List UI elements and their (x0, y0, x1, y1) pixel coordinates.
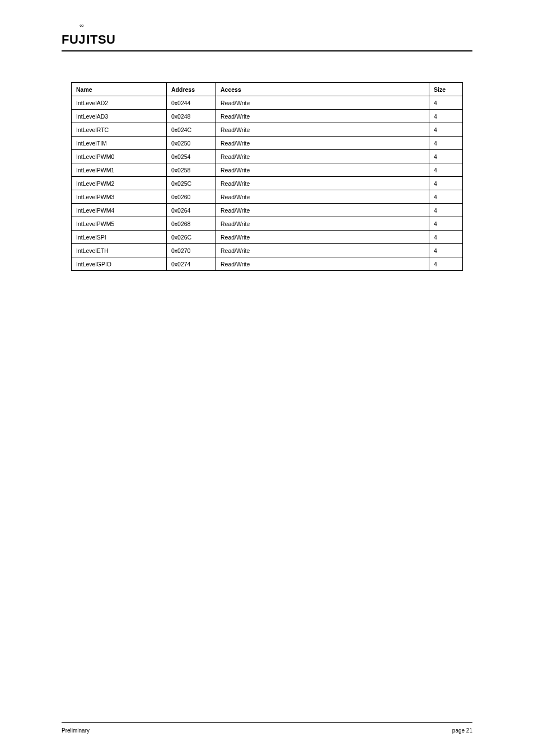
cell-name: IntLevelPWM5 (72, 217, 167, 231)
cell-address: 0x0250 (167, 137, 216, 150)
page-content: Name Address Access Size IntLevelAD2 0x0… (62, 82, 472, 722)
column-header-access: Access (216, 83, 429, 96)
cell-access: Read/Write (216, 204, 429, 217)
footer-left-text: Preliminary (62, 727, 90, 734)
cell-name: IntLevelSPI (72, 231, 167, 244)
cell-name: IntLevelPWM1 (72, 163, 167, 177)
cell-access: Read/Write (216, 123, 429, 137)
logo-text-right: ITSU (86, 34, 115, 46)
table-row: IntLevelETH 0x0270 Read/Write 4 (72, 244, 463, 257)
cell-size: 4 (429, 204, 463, 217)
cell-name: IntLevelGPIO (72, 257, 167, 271)
cell-name: IntLevelPWM3 (72, 190, 167, 204)
cell-address: 0x0248 (167, 110, 216, 123)
cell-access: Read/Write (216, 217, 429, 231)
cell-access: Read/Write (216, 177, 429, 190)
cell-size: 4 (429, 96, 463, 110)
cell-address: 0x0244 (167, 96, 216, 110)
cell-size: 4 (429, 137, 463, 150)
table-row: IntLevelSPI 0x026C Read/Write 4 (72, 231, 463, 244)
cell-size: 4 (429, 110, 463, 123)
table-row: IntLevelPWM3 0x0260 Read/Write 4 (72, 190, 463, 204)
register-table: Name Address Access Size IntLevelAD2 0x0… (71, 82, 463, 271)
cell-access: Read/Write (216, 137, 429, 150)
cell-address: 0x0258 (167, 163, 216, 177)
cell-address: 0x0264 (167, 204, 216, 217)
table-row: IntLevelPWM2 0x025C Read/Write 4 (72, 177, 463, 190)
cell-name: IntLevelPWM0 (72, 150, 167, 163)
cell-size: 4 (429, 163, 463, 177)
cell-address: 0x0260 (167, 190, 216, 204)
cell-address: 0x0268 (167, 217, 216, 231)
table-row: IntLevelPWM5 0x0268 Read/Write 4 (72, 217, 463, 231)
cell-access: Read/Write (216, 231, 429, 244)
cell-name: IntLevelPWM2 (72, 177, 167, 190)
cell-name: IntLevelAD3 (72, 110, 167, 123)
cell-address: 0x0270 (167, 244, 216, 257)
table-row: IntLevelPWM0 0x0254 Read/Write 4 (72, 150, 463, 163)
table-row: IntLevelAD3 0x0248 Read/Write 4 (72, 110, 463, 123)
cell-access: Read/Write (216, 96, 429, 110)
column-header-name: Name (72, 83, 167, 96)
table-row: IntLevelGPIO 0x0274 Read/Write 4 (72, 257, 463, 271)
table-row: IntLevelRTC 0x024C Read/Write 4 (72, 123, 463, 137)
cell-size: 4 (429, 217, 463, 231)
column-header-size: Size (429, 83, 463, 96)
cell-access: Read/Write (216, 257, 429, 271)
cell-size: 4 (429, 123, 463, 137)
table-row: IntLevelPWM4 0x0264 Read/Write 4 (72, 204, 463, 217)
cell-size: 4 (429, 150, 463, 163)
cell-size: 4 (429, 177, 463, 190)
cell-size: 4 (429, 257, 463, 271)
fujitsu-logo: FU∞JITSU (62, 34, 115, 49)
cell-address: 0x0274 (167, 257, 216, 271)
logo-infinity-mark: ∞ (79, 22, 84, 29)
page-footer: Preliminary page 21 (62, 722, 472, 734)
cell-name: IntLevelAD2 (72, 96, 167, 110)
table-row: IntLevelPWM1 0x0258 Read/Write 4 (72, 163, 463, 177)
column-header-address: Address (167, 83, 216, 96)
cell-access: Read/Write (216, 244, 429, 257)
cell-access: Read/Write (216, 150, 429, 163)
cell-access: Read/Write (216, 163, 429, 177)
table-body: IntLevelAD2 0x0244 Read/Write 4 IntLevel… (72, 96, 463, 271)
cell-address: 0x025C (167, 177, 216, 190)
cell-size: 4 (429, 190, 463, 204)
logo-text-left: FU (62, 34, 78, 46)
table-header-row: Name Address Access Size (72, 83, 463, 96)
cell-name: IntLevelRTC (72, 123, 167, 137)
cell-address: 0x024C (167, 123, 216, 137)
footer-page-number: page 21 (452, 727, 472, 734)
cell-address: 0x026C (167, 231, 216, 244)
table-row: IntLevelTIM 0x0250 Read/Write 4 (72, 137, 463, 150)
cell-access: Read/Write (216, 190, 429, 204)
cell-access: Read/Write (216, 110, 429, 123)
cell-name: IntLevelETH (72, 244, 167, 257)
cell-name: IntLevelPWM4 (72, 204, 167, 217)
page-header: FU∞JITSU (62, 34, 472, 51)
cell-address: 0x0254 (167, 150, 216, 163)
cell-size: 4 (429, 244, 463, 257)
cell-name: IntLevelTIM (72, 137, 167, 150)
table-row: IntLevelAD2 0x0244 Read/Write 4 (72, 96, 463, 110)
logo-text-j: J (78, 32, 86, 46)
cell-size: 4 (429, 231, 463, 244)
